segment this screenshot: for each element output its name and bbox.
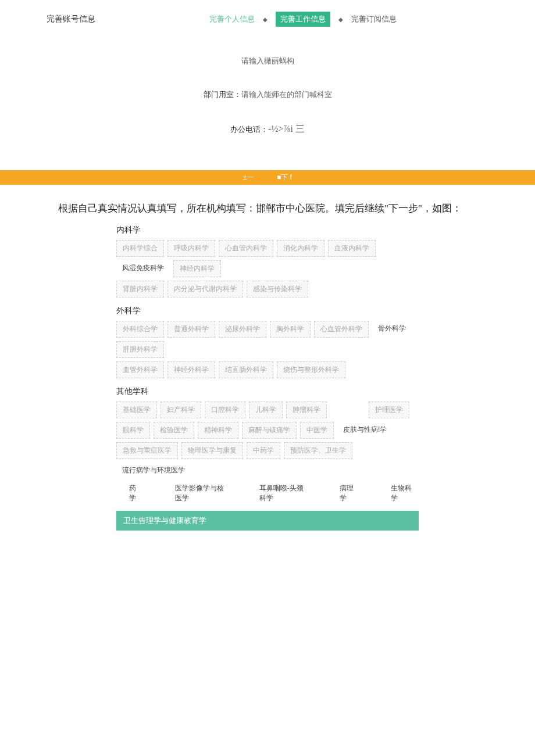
tag-item[interactable]: 血管外科学 [116,361,164,378]
phone-label: 办公电话： [230,125,268,134]
tag-item[interactable]: 结直肠外科学 [219,361,273,378]
page-title: 完善账号信息 [47,14,209,24]
tag-item[interactable]: 烧伤与整形外科学 [277,361,345,378]
tag-item[interactable]: 耳鼻咽喉-头颈科学 [254,481,311,506]
tag-item[interactable]: 生物科学 [385,481,419,506]
tag-item[interactable]: 眼科学 [116,422,150,439]
tag-item[interactable]: 普通外科学 [167,321,215,338]
tag-item[interactable]: 精神科学 [198,422,238,439]
tag-item[interactable]: 肾脏内科学 [116,281,164,298]
next-button[interactable]: ■下 f [277,173,292,181]
tag-item[interactable]: 基础医学 [116,402,157,418]
tag-item[interactable]: 心血管外科学 [314,321,369,338]
dept-input-placeholder[interactable]: 请输入能师在的部门喊科室 [241,90,332,99]
tag-item[interactable]: 消化内科学 [277,240,324,257]
tag-item[interactable]: 血液内科学 [328,240,376,257]
category-surgery: 外科学 外科综合学 普通外科学 泌尿外科学 胸外科学 心血管外科学 骨外科学 肝… [116,306,419,378]
tag-item[interactable]: 心血管内科学 [219,240,273,257]
tag-item[interactable]: 检验医学 [154,422,194,439]
selected-category[interactable]: 卫生告理学与健康教育学 [116,511,419,531]
tag-item[interactable]: 医学影像学与核医学 [169,481,230,506]
tag-item[interactable]: 流行病学与环境医学 [116,463,191,478]
org-input-placeholder[interactable]: 请输入橄丽蜗构 [0,56,535,66]
steps-nav: 完善个人信息 ◆ 完善工作信息 ◆ 完善订阅信息 [209,12,397,27]
tag-item[interactable]: 中药学 [247,442,280,459]
tag-item[interactable]: 肝胆外科学 [116,341,164,358]
tag-item[interactable]: 病理学 [334,481,362,506]
cat-title-internal: 内科学 [116,225,419,235]
tag-item[interactable]: 妇产科学 [160,402,201,418]
phone-value: -½>⅞i 三 [268,124,305,134]
tag-item[interactable]: 护理医学 [369,402,409,418]
tag-item[interactable]: 麻醉与镇痛学 [242,422,297,439]
tag-item[interactable]: 感染与传染科学 [247,281,308,298]
dept-row: 部门用室：请输入能师在的部门喊科室 [0,89,535,100]
cat-title-surgery: 外科学 [116,306,419,316]
tag-item[interactable]: 胸外科学 [270,321,311,338]
phone-row: 办公电话：-½>⅞i 三 [0,123,535,135]
step-subscribe[interactable]: 完善订阅信息 [351,14,397,24]
tag-item[interactable]: 口腔科学 [205,402,245,418]
category-internal: 内科学 内科学综合 呼吸内科学 心血管内科学 消化内科学 血液内科学 风湿免疫科… [116,225,419,298]
tag-item[interactable]: 急救与重症医学 [116,442,178,459]
step-work[interactable]: 完善工作信息 [276,12,330,27]
step-personal[interactable]: 完善个人信息 [209,14,255,24]
tag-item[interactable]: 骨外科学 [372,321,412,338]
tag-item[interactable]: 外科综合学 [116,321,164,338]
tag-item[interactable]: 预防医学、卫生学 [284,442,352,459]
category-other: 其他学科 基础医学 妇产科学 口腔科学 儿科学 肿瘤科学 护理医学 眼科学 检验… [116,386,419,531]
tag-item[interactable]: 肿瘤科学 [286,402,327,418]
prev-button[interactable]: ±一 [243,173,254,181]
tag-item[interactable]: 中医学 [300,422,334,439]
tag-item[interactable]: 神经外科学 [167,361,215,378]
tag-item [330,402,365,418]
tag-item[interactable]: 风湿免疫科学 [116,260,170,277]
tag-item[interactable]: 皮肤与性病!学 [337,422,393,439]
tag-item[interactable]: 神经内科学 [173,260,221,277]
tag-item[interactable]: 呼吸内科学 [167,240,215,257]
diamond-icon: ◆ [338,16,343,23]
diamond-icon: ◆ [263,16,268,23]
instruction-text: 根据自己真实情况认真填写，所在机构填写：邯郸市中心医院。填完后继续"下一步"，如… [0,185,535,225]
tag-item[interactable]: 内分泌与代谢内科学 [167,281,243,298]
tag-item[interactable]: 物理医学与康复 [181,442,243,459]
dept-label: 部门用室： [204,90,241,99]
cat-title-other: 其他学科 [116,386,419,397]
tag-item[interactable]: 内科学综合 [116,240,164,257]
tag-item[interactable]: 儿科学 [249,402,283,418]
tag-item[interactable]: 泌尿外科学 [219,321,266,338]
nav-bar: ±一 ■下 f [0,170,535,185]
tag-item[interactable]: 药学 [123,481,146,506]
